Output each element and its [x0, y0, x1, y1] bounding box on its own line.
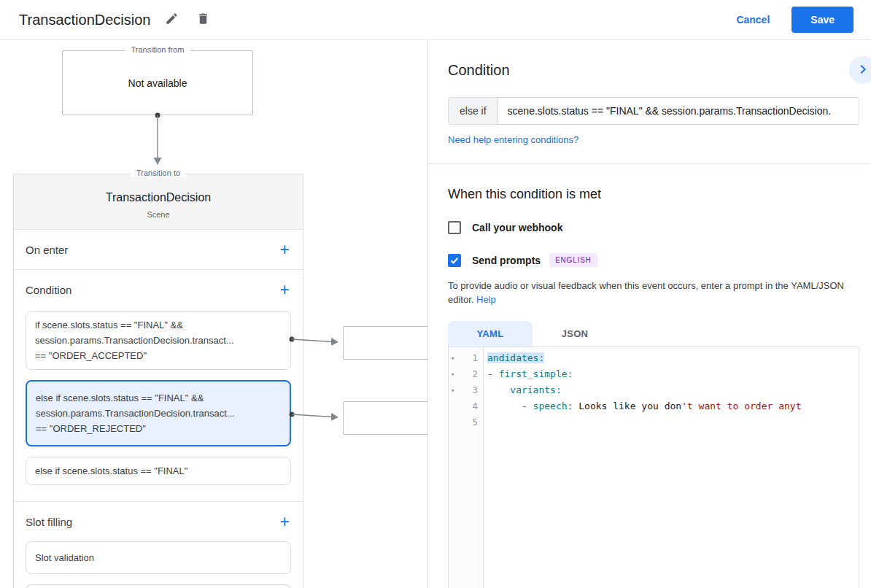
editor-line-number: 5 — [449, 414, 483, 430]
add-condition-button[interactable]: + — [279, 282, 291, 298]
code-token: - first_simple: — [487, 368, 573, 379]
editor-gutter: ▾1▾2▾345 — [449, 347, 484, 588]
transition-from-label: Transition from — [125, 45, 190, 54]
scene-card-header[interactable]: TransactionDecision Scene — [14, 174, 303, 230]
slot-filling-label: Slot filling — [26, 516, 72, 528]
condition-section: Condition + if scene.slots.status == "FI… — [14, 269, 303, 501]
add-slot-button[interactable]: + — [279, 514, 291, 530]
editor-line-number: 4 — [449, 398, 483, 414]
condition-card[interactable]: else if scene.slots.status == "FINAL" &&… — [26, 380, 291, 446]
slot-filling-section: Slot filling + Slot validation — [14, 501, 303, 588]
transition-target-box-1[interactable] — [343, 326, 438, 360]
scene-type-label: Scene — [26, 210, 291, 219]
condition-card[interactable]: if scene.slots.status == "FINAL" && sess… — [26, 311, 291, 370]
scene-card: Transition to TransactionDecision Scene … — [13, 174, 303, 588]
editor-code-line[interactable] — [487, 414, 859, 430]
editor-line-number: ▾2 — [449, 366, 483, 382]
tab-yaml[interactable]: YAML — [448, 321, 533, 347]
scene-name: TransactionDecision — [26, 191, 291, 204]
condition-section-label: Condition — [26, 284, 71, 296]
add-on-enter-button[interactable]: + — [279, 241, 291, 258]
editor-code-line[interactable]: andidates: — [487, 350, 859, 366]
help-link[interactable]: Help — [476, 294, 496, 305]
transition-from-box[interactable]: Transition from Not available — [62, 50, 253, 115]
topbar: TransactionDecision Cancel Save — [0, 0, 871, 40]
editor-code-area[interactable]: andidates:- first_simple: variants: - sp… — [484, 347, 859, 588]
code-token: 't want to order anyt — [681, 401, 801, 411]
editor-tabs: YAMLJSON — [448, 321, 859, 347]
condition-card-list: if scene.slots.status == "FINAL" && sess… — [14, 311, 303, 501]
save-button[interactable]: Save — [791, 7, 853, 33]
on-enter-label: On enter — [26, 244, 68, 256]
app-root: TransactionDecision Cancel Save — [0, 0, 871, 588]
editor-line-number: ▾3 — [449, 382, 483, 398]
fold-arrow-icon[interactable]: ▾ — [451, 355, 454, 362]
send-prompts-row: Send prompts ENGLISH — [448, 253, 859, 267]
editor-line-number: ▾1 — [449, 350, 483, 366]
slot-validation-card[interactable]: Slot validation — [26, 541, 291, 574]
slot-card-list: Slot validation — [14, 541, 303, 574]
tab-json[interactable]: JSON — [533, 321, 617, 347]
slot-filling-section-header: Slot filling + — [14, 502, 303, 541]
condition-section-header: Condition + — [14, 270, 303, 309]
main-area: Transition from Not available Transition… — [0, 40, 871, 588]
language-badge: ENGLISH — [549, 253, 597, 267]
condition-expression-input[interactable] — [498, 98, 859, 124]
send-prompts-checkbox[interactable] — [448, 254, 461, 267]
transition-to-label: Transition to — [131, 169, 186, 177]
condition-editor-panel: Condition else if Need help entering con… — [427, 40, 871, 588]
delete-scene-button[interactable] — [193, 9, 213, 31]
transition-from-content: Not available — [63, 51, 252, 115]
webhook-row: Call your webhook — [448, 221, 859, 234]
panel-title: Condition — [448, 62, 859, 79]
pencil-icon — [165, 12, 179, 28]
yaml-editor[interactable]: ▾1▾2▾345 andidates:- first_simple: varia… — [448, 347, 859, 588]
when-condition-met-title: When this condition is met — [448, 187, 859, 202]
collapse-panel-button[interactable] — [849, 56, 871, 84]
code-token: Looks like you don — [573, 401, 681, 411]
checkmark-icon — [449, 255, 460, 266]
webhook-label: Call your webhook — [472, 222, 562, 233]
editor-code-line[interactable]: - first_simple: — [487, 366, 859, 382]
fold-arrow-icon[interactable]: ▾ — [451, 371, 454, 378]
chevron-right-icon — [854, 61, 871, 80]
on-enter-section-header: On enter + — [14, 230, 303, 269]
conditions-help-link[interactable]: Need help entering conditions? — [448, 134, 578, 145]
condition-card[interactable]: else if scene.slots.status == "FINAL" — [26, 457, 291, 485]
fold-arrow-icon[interactable]: ▾ — [451, 387, 454, 394]
prompt-description: To provide audio or visual feedback when… — [448, 279, 856, 307]
page-title: TransactionDecision — [19, 12, 150, 28]
code-token: variants: — [487, 384, 562, 395]
condition-expression-row: else if — [448, 97, 859, 125]
condition-prefix-chip: else if — [449, 98, 498, 124]
editor-code-line[interactable]: variants: — [487, 382, 859, 398]
code-token: andidates: — [487, 352, 544, 363]
cancel-button[interactable]: Cancel — [736, 14, 770, 26]
panel-divider — [428, 163, 871, 164]
send-prompts-label: Send prompts — [472, 255, 541, 266]
transition-target-box-2[interactable] — [343, 401, 438, 435]
editor-code-line[interactable]: - speech: Looks like you don't want to o… — [487, 398, 859, 414]
webhook-checkbox[interactable] — [448, 221, 461, 234]
partial-card — [26, 584, 291, 588]
edit-title-button[interactable] — [162, 9, 182, 31]
code-token: - speech: — [487, 401, 573, 411]
prompt-description-text: To provide audio or visual feedback when… — [448, 280, 844, 305]
trash-icon — [196, 12, 210, 28]
